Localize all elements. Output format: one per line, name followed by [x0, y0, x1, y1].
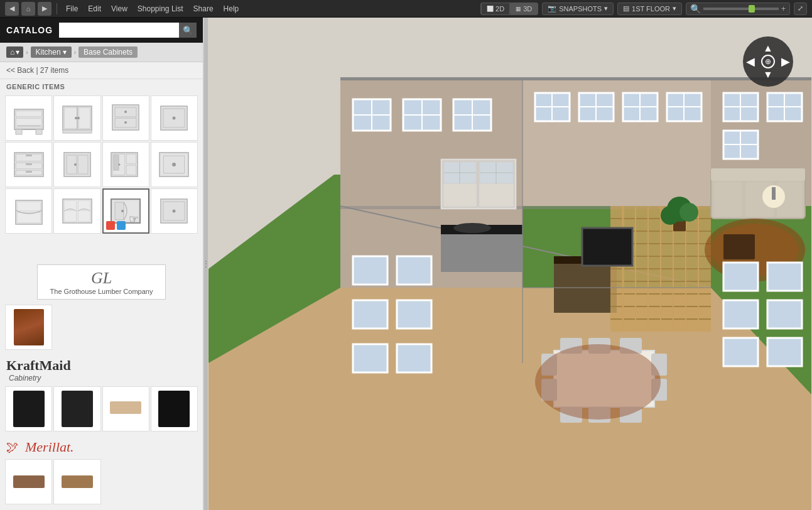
svg-rect-155: [723, 300, 758, 328]
cabinet-svg-2: [59, 100, 95, 136]
nav-left-arrow[interactable]: ◀: [746, 56, 755, 67]
menu-file[interactable]: File: [62, 3, 82, 14]
svg-point-19: [124, 121, 127, 124]
nav-right-arrow[interactable]: ▶: [781, 56, 790, 67]
svg-rect-163: [397, 300, 431, 328]
svg-rect-171: [723, 234, 755, 259]
search-button[interactable]: 🔍: [179, 23, 197, 38]
zoom-minus-icon[interactable]: 🔍: [690, 4, 701, 14]
km-item-4[interactable]: [151, 386, 198, 431]
svg-rect-6: [36, 129, 42, 134]
nav-center-icon[interactable]: ⊕: [761, 55, 775, 68]
svg-rect-1: [16, 111, 42, 117]
snapshots-chevron: ▾: [604, 4, 608, 13]
svg-rect-29: [26, 163, 32, 165]
cabinet-item-5[interactable]: [5, 142, 52, 187]
svg-point-35: [74, 163, 77, 166]
svg-point-18: [124, 111, 127, 113]
view-2d-button[interactable]: ⬜ 2D: [481, 3, 510, 15]
svg-point-41: [119, 164, 121, 166]
toolbar-forward-icon[interactable]: ▶: [38, 2, 51, 16]
view-3d-button[interactable]: ▦ 3D: [510, 3, 538, 15]
cabinet-item-7[interactable]: [102, 142, 149, 187]
search-input[interactable]: [59, 23, 179, 38]
home-icon: ⌂: [10, 48, 14, 57]
grothouse-logo-container: GL The Grothouse Lumber Company: [37, 264, 166, 300]
item-red-icon: [106, 221, 115, 230]
svg-rect-162: [353, 300, 387, 328]
floor-button[interactable]: ▤ 1ST FLOOR ▾: [617, 3, 682, 15]
fullscreen-button[interactable]: ⤢: [794, 3, 807, 15]
cabinet-item-1[interactable]: [5, 95, 52, 141]
cabinet-item-12[interactable]: [151, 188, 198, 234]
zoom-plus-icon[interactable]: +: [781, 4, 786, 13]
cabinet-svg-5: [11, 146, 47, 183]
cabinet-item-2[interactable]: [53, 95, 100, 141]
zoom-slider[interactable]: [703, 8, 779, 10]
menu-share[interactable]: Share: [190, 3, 217, 14]
search-icon: 🔍: [183, 26, 193, 35]
merillat-brand-section: 🕊 Merillat.: [0, 434, 203, 457]
nav-arrows-container: ▲ ◀ ⊕ ▶ ▼: [746, 43, 790, 80]
km-wood-item: [110, 401, 141, 414]
cabinet-item-4[interactable]: [151, 95, 198, 141]
cabinet-item-11-active[interactable]: ☞: [102, 188, 149, 234]
cabinet-svg-6: [59, 146, 95, 183]
item-icons: [106, 221, 126, 230]
svg-rect-47: [17, 202, 41, 211]
cabinet-svg-3: [107, 100, 144, 136]
cabinet-item-6[interactable]: [53, 142, 100, 187]
merillat-wood-1: [13, 475, 45, 488]
svg-rect-158: [767, 300, 802, 328]
breadcrumb: ⌂ ▾ › Kitchen ▾ › Base Cabinets: [0, 43, 203, 62]
item-blue-icon: [117, 221, 126, 230]
merillat-item-1[interactable]: [5, 459, 52, 504]
menu-edit[interactable]: Edit: [84, 3, 105, 14]
toolbar-home-icon[interactable]: ⌂: [21, 2, 35, 16]
svg-point-55: [121, 210, 124, 212]
nav-up-arrow[interactable]: ▲: [763, 43, 773, 53]
svg-marker-66: [340, 77, 811, 80]
km-item-2[interactable]: [53, 386, 100, 431]
breadcrumb-home[interactable]: ⌂ ▾: [6, 46, 23, 58]
menu-help[interactable]: Help: [220, 3, 243, 14]
cabinet-svg-12: [156, 193, 192, 229]
km-dark-item-4: [158, 391, 190, 427]
cabinet-item-9[interactable]: [5, 188, 52, 234]
item-count: 27 items: [40, 66, 68, 75]
kraftmaid-items-grid: [0, 384, 203, 434]
breadcrumb-base-cabinets: Base Cabinets: [78, 46, 138, 58]
svg-point-150: [535, 344, 661, 420]
cabinet-svg-7: [107, 146, 144, 183]
canvas-area[interactable]: ▲ ◀ ⊕ ▶ ▼: [208, 18, 812, 510]
km-item-3[interactable]: [102, 386, 149, 431]
breadcrumb-kitchen[interactable]: Kitchen ▾: [31, 46, 72, 58]
svg-rect-9: [78, 107, 90, 129]
svg-rect-154: [723, 263, 758, 291]
svg-rect-165: [397, 344, 431, 372]
svg-rect-156: [723, 338, 758, 366]
svg-rect-28: [26, 155, 32, 156]
cabinet-svg-1: [11, 100, 47, 136]
nav-down-arrow[interactable]: ▼: [763, 70, 773, 80]
svg-rect-13: [63, 130, 92, 133]
cabinet-svg-10: [59, 193, 95, 229]
merillat-item-2[interactable]: [53, 459, 100, 504]
merillat-logo: Merillat.: [25, 439, 74, 455]
km-item-1[interactable]: [5, 386, 52, 431]
svg-rect-5: [16, 129, 22, 134]
menu-shopping[interactable]: Shopping List: [134, 3, 187, 14]
cabinet-item-10[interactable]: [53, 188, 100, 234]
svg-rect-157: [767, 263, 802, 291]
items-area[interactable]: GENERIC ITEMS: [0, 79, 203, 510]
merillat-bird-icon: 🕊: [6, 440, 19, 455]
grothouse-item-1[interactable]: [5, 305, 52, 350]
svg-rect-129: [711, 168, 805, 181]
snapshots-button[interactable]: 📷 SNAPSHOTS ▾: [542, 3, 614, 15]
cabinet-item-3[interactable]: [102, 95, 149, 141]
cabinet-item-8[interactable]: [151, 142, 198, 187]
cursor-hand: ☞: [129, 212, 139, 226]
menu-view[interactable]: View: [107, 3, 131, 14]
toolbar-back-icon[interactable]: ◀: [5, 2, 19, 16]
back-link[interactable]: << Back: [6, 66, 34, 75]
